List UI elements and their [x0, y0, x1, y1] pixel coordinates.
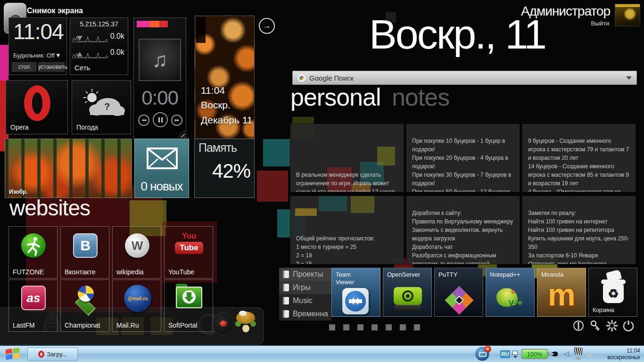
- tray-clock[interactable]: 11:04 воскресенье: [607, 347, 640, 361]
- next-track-button[interactable]: ▶▶: [171, 115, 182, 126]
- download-graph: [72, 33, 108, 45]
- app-tile-openserver[interactable]: OpenServer: [383, 268, 432, 317]
- recycle-icon: ♻: [608, 287, 619, 301]
- note-text: Доработки к сайту: Правила по Виртуально…: [412, 209, 514, 264]
- start-button[interactable]: [5, 348, 21, 361]
- folder-item-projects[interactable]: Проекты: [279, 268, 331, 281]
- weather-icon: ?: [79, 87, 126, 120]
- avatar[interactable]: [615, 4, 640, 26]
- website-tile-futzone[interactable]: FUTZONE: [8, 226, 58, 279]
- note-tile[interactable]: Общий рейтинг прогнозистов: 1 место в ту…: [290, 196, 404, 264]
- pager-dot[interactable]: [414, 324, 420, 330]
- download-value: 0.0k: [110, 32, 124, 41]
- website-label: Вконтакте: [65, 268, 96, 276]
- youtube-icon: You Tube: [175, 231, 203, 259]
- alarm-stop-button[interactable]: стоп: [11, 62, 37, 72]
- websites-heading: websites: [9, 195, 90, 221]
- rewind-icon: ◀◀: [142, 118, 146, 122]
- battery-nub: [548, 352, 550, 356]
- note-tile[interactable]: При покупке 10 буцеров - 1 буцер в подар…: [406, 123, 520, 192]
- pager-dot[interactable]: [372, 324, 378, 330]
- pager-dot[interactable]: [357, 324, 363, 330]
- opera-tile[interactable]: Opera: [6, 80, 68, 134]
- resize-handle[interactable]: [178, 131, 185, 138]
- picture-widget[interactable]: Изобр.: [5, 139, 132, 198]
- website-tile-softportal[interactable]: SoftPortal: [164, 280, 213, 332]
- dock-record-icon[interactable]: [212, 313, 234, 335]
- miranda-icon: m: [548, 277, 576, 313]
- bg-square: [351, 196, 374, 213]
- memory-widget[interactable]: Память 42%: [194, 139, 255, 198]
- music-player-widget[interactable]: ♫ 0:00 ◀◀ ▶▶: [133, 17, 186, 139]
- folder-item-music[interactable]: Music: [279, 294, 331, 307]
- refresh-spinner-icon[interactable]: [606, 320, 618, 332]
- clock-widget[interactable]: 11:04 Будильник: Off ▾ стоп установить: [8, 17, 67, 75]
- alarm-set-button[interactable]: установить: [38, 62, 65, 72]
- power-icon[interactable]: [622, 320, 635, 332]
- note-tile[interactable]: 9 буцеров - Создание именного игрока с м…: [522, 123, 636, 192]
- bg-square: [263, 139, 290, 166]
- website-tile-championat[interactable]: Championat: [60, 280, 109, 332]
- weather-tile[interactable]: ? Погода: [72, 80, 131, 134]
- pager-dot[interactable]: [400, 324, 406, 330]
- striped-tray-icon[interactable]: [574, 347, 582, 355]
- show-hidden-icons-button[interactable]: ◁: [564, 350, 569, 357]
- app-label: Корзина: [593, 307, 614, 313]
- app-tile-putty[interactable]: PuTTY: [434, 268, 483, 317]
- note-tile[interactable]: Доработки к сайту: Правила по Виртуально…: [406, 196, 520, 264]
- date-widget[interactable]: 11:04 Воскр. Декабрь 11: [195, 16, 255, 139]
- battery-indicator[interactable]: 100%: [521, 349, 548, 359]
- pager-dot[interactable]: [329, 324, 335, 330]
- app-tile-miranda[interactable]: Miranda m: [537, 268, 586, 317]
- network-widget[interactable]: 5.215.125.37 0.0k 0.0k Сеть: [70, 17, 128, 75]
- notes-heading: personal notes: [290, 83, 449, 111]
- tray-app-icon[interactable]: ×: [475, 347, 489, 361]
- dock-turtle-icon[interactable]: [234, 309, 257, 338]
- folder-icon: [283, 310, 289, 318]
- logout-link[interactable]: Выйти: [591, 20, 610, 27]
- website-tile-youtube[interactable]: You Tube YouTube: [164, 226, 213, 279]
- language-indicator[interactable]: RU: [500, 350, 510, 358]
- website-tile-wikipedia[interactable]: W wikipedia: [112, 226, 161, 279]
- date-tile-notch: [196, 17, 206, 43]
- app-tile-teamviewer[interactable]: Team Viewer: [331, 268, 380, 317]
- bg-square: [377, 147, 395, 165]
- language-options-icon[interactable]: [512, 350, 519, 358]
- search-label: Google Поиск: [309, 74, 354, 82]
- app-tile-recycle-bin[interactable]: ♻ Корзина: [588, 268, 637, 317]
- task-button-label: Загру...: [47, 351, 67, 358]
- muted-speaker-icon[interactable]: [576, 354, 582, 362]
- bg-square: [257, 171, 288, 202]
- next-panel-button[interactable]: →: [259, 18, 275, 34]
- alarm-dropdown[interactable]: Будильник: Off ▾: [13, 51, 60, 59]
- mailru-icon: @mail.ru: [124, 285, 151, 312]
- app-tile-notepadpp[interactable]: Notepad++ V++: [486, 268, 535, 317]
- note-tile[interactable]: В реальном менеджере сделать ограничение…: [290, 123, 404, 192]
- bg-square: [0, 45, 8, 81]
- note-tile[interactable]: Заметки по реалу: Найти 100 гривен на ин…: [522, 196, 636, 264]
- mail-widget[interactable]: 0 новых: [134, 139, 189, 198]
- search-dropdown-caret[interactable]: [626, 76, 632, 82]
- key-icon[interactable]: [589, 320, 602, 332]
- website-tile-lastfm[interactable]: as LastFM: [8, 280, 58, 332]
- task-button-opera-downloads[interactable]: Загру...: [27, 347, 78, 361]
- website-tile-vkontakte[interactable]: B Вконтакте: [60, 226, 109, 279]
- website-tile-mailru[interactable]: @mail.ru Mail.Ru: [112, 280, 161, 332]
- desktop: A Снимок экрана 11:04 Будильник: Off ▾ с…: [0, 0, 644, 362]
- update-tray-icon[interactable]: [586, 347, 593, 357]
- openserver-icon: [394, 287, 422, 313]
- note-text: Заметки по реалу: Найти 100 гривен на ин…: [528, 209, 630, 264]
- pause-button[interactable]: [153, 112, 168, 127]
- folder-item-games[interactable]: Игры: [279, 281, 331, 294]
- album-art: ♫: [139, 39, 181, 81]
- folder-list: Проекты Игры Music Временна: [279, 268, 331, 321]
- pager-dot[interactable]: [343, 324, 349, 330]
- previous-track-button[interactable]: ◀◀: [138, 115, 149, 126]
- error-badge: ×: [484, 346, 491, 353]
- screen-off-icon[interactable]: [572, 320, 585, 332]
- folder-item-temp[interactable]: Временна: [279, 307, 331, 321]
- power-plug-icon[interactable]: [552, 351, 559, 357]
- pager-dot[interactable]: [386, 324, 392, 330]
- right-arrow-icon: →: [263, 21, 271, 31]
- google-icon: [297, 74, 305, 82]
